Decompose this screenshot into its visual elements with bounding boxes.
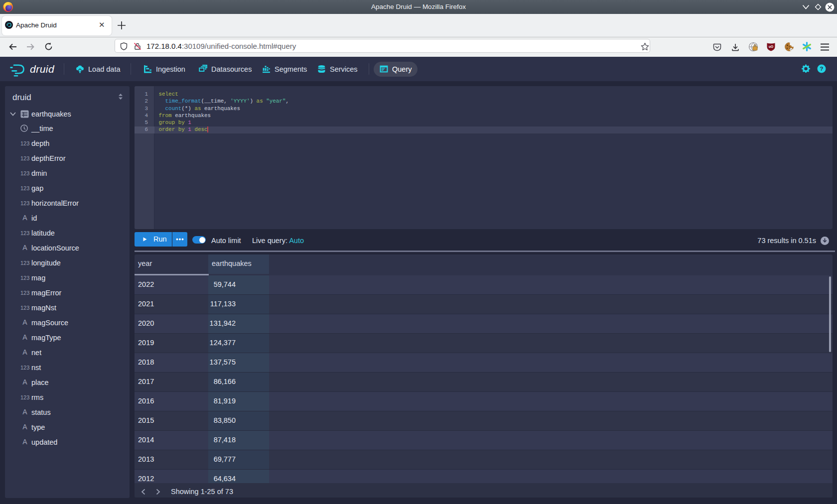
svg-text:uO: uO [769, 45, 773, 48]
svg-text:?: ? [820, 66, 823, 72]
